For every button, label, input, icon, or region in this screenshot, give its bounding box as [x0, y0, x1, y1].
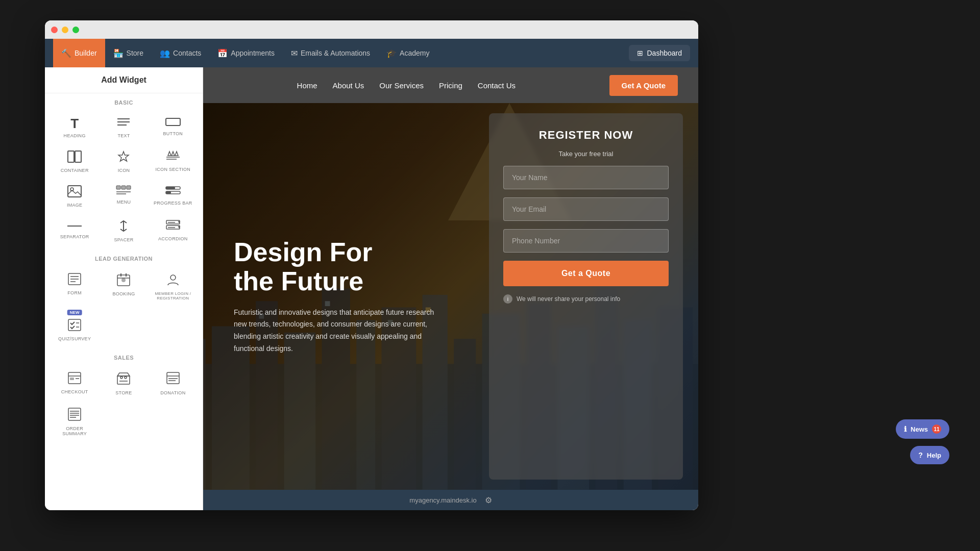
svg-rect-5 — [75, 151, 81, 162]
widget-heading[interactable]: T HEADING — [51, 112, 98, 143]
sales-widget-grid: CHECKOUT STORE DONATION — [45, 365, 203, 443]
widget-sidebar: Add Widget BASIC T HEADING TEXT — [45, 67, 203, 510]
site-cta-button[interactable]: Get A Quote — [609, 75, 678, 96]
website-preview: Home About Us Our Services Pricing Conta… — [203, 67, 698, 510]
svg-point-40 — [170, 275, 176, 280]
store-icon — [116, 372, 131, 387]
widget-store[interactable]: STORE — [100, 367, 147, 400]
basic-widget-grid: T HEADING TEXT BUTTON — [45, 110, 203, 249]
site-nav-about[interactable]: About Us — [333, 81, 364, 90]
phone-input[interactable] — [503, 229, 669, 253]
widget-image[interactable]: IMAGE — [51, 180, 98, 213]
nav-item-builder-label: Builder — [75, 49, 97, 57]
svg-marker-6 — [118, 152, 129, 161]
widget-button[interactable]: BUTTON — [150, 112, 197, 143]
nav-item-store-label: Store — [127, 49, 143, 57]
maximize-button[interactable] — [72, 27, 79, 33]
menu-label: MENU — [117, 199, 131, 205]
donation-label: DONATION — [160, 390, 185, 395]
member-login-icon — [166, 273, 180, 288]
minimize-button[interactable] — [62, 27, 68, 33]
widget-accordion[interactable]: ▼ ▼ ACCORDION — [150, 215, 197, 247]
container-icon — [67, 151, 82, 165]
email-input[interactable] — [503, 197, 669, 221]
icon-section-icon — [165, 151, 181, 164]
svg-point-49 — [120, 377, 122, 379]
name-input[interactable] — [503, 166, 669, 189]
nav-item-store[interactable]: 🏪 Store — [105, 39, 152, 67]
nav-item-emails-label: Emails & Automations — [301, 49, 370, 57]
site-nav-home[interactable]: Home — [297, 81, 317, 90]
site-nav-services[interactable]: Our Services — [379, 81, 424, 90]
nav-item-contacts-label: Contacts — [173, 49, 201, 57]
svg-rect-41 — [68, 319, 81, 331]
lead-generation-widget-grid: FORM BOOKING MEMBER LOGIN / REGISTRATION… — [45, 266, 203, 348]
main-window: 🔨 Builder 🏪 Store 👥 Contacts 📅 Appointme… — [45, 20, 698, 510]
news-count-badge: 11 — [932, 424, 941, 434]
progress-bar-icon — [165, 185, 181, 197]
site-nav-links: Home About Us Our Services Pricing Conta… — [224, 81, 589, 90]
widget-separator[interactable]: SEPARATOR — [51, 215, 98, 247]
close-button[interactable] — [51, 27, 58, 33]
widget-text[interactable]: TEXT — [100, 112, 147, 143]
top-navigation: 🔨 Builder 🏪 Store 👥 Contacts 📅 Appointme… — [45, 39, 698, 67]
widget-menu[interactable]: MENU — [100, 180, 147, 213]
booking-label: BOOKING — [112, 291, 135, 296]
help-circle-icon: ? — [918, 451, 923, 459]
svg-rect-48 — [117, 376, 130, 384]
dashboard-button[interactable]: ⊞ Dashboard — [629, 45, 691, 61]
store-nav-icon: 🏪 — [113, 48, 124, 58]
widget-checkout[interactable]: CHECKOUT — [51, 367, 98, 400]
news-floating-button[interactable]: ℹ News 11 — [896, 419, 949, 439]
svg-rect-12 — [68, 186, 81, 197]
site-nav-contact[interactable]: Contact Us — [478, 81, 516, 90]
submit-button[interactable]: Get a Quote — [503, 261, 669, 286]
svg-rect-52 — [167, 372, 179, 384]
text-icon — [116, 117, 131, 130]
text-label: TEXT — [117, 133, 130, 138]
widget-spacer[interactable]: SPACER — [100, 215, 147, 247]
nav-item-emails[interactable]: ✉ Emails & Automations — [283, 39, 378, 67]
image-label: IMAGE — [67, 203, 83, 208]
quiz-survey-icon — [68, 319, 81, 333]
svg-rect-16 — [127, 186, 131, 189]
widget-progress-bar[interactable]: PROGRESS BAR — [150, 180, 197, 213]
widget-member-login[interactable]: MEMBER LOGIN / REGISTRATION — [150, 268, 197, 306]
site-nav-pricing[interactable]: Pricing — [439, 81, 462, 90]
svg-rect-56 — [68, 408, 81, 420]
quiz-survey-label: QUIZ/SURVEY — [58, 336, 91, 341]
hero-title: Design Forthe Future — [234, 238, 445, 296]
contacts-icon: 👥 — [160, 48, 170, 58]
svg-point-50 — [125, 377, 127, 379]
icon-label: ICON — [118, 168, 130, 173]
appointments-icon: 📅 — [217, 48, 228, 58]
nav-item-contacts[interactable]: 👥 Contacts — [152, 39, 209, 67]
accordion-icon: ▼ ▼ — [166, 220, 180, 233]
help-floating-button[interactable]: ? Help — [910, 446, 949, 464]
menu-icon — [116, 185, 131, 196]
svg-rect-3 — [166, 118, 180, 126]
widget-booking[interactable]: BOOKING — [100, 268, 147, 306]
order-summary-label: ORDER SUMMARY — [53, 426, 96, 436]
spacer-icon — [116, 220, 131, 234]
widget-icon[interactable]: ICON — [100, 145, 147, 178]
new-badge: NEW — [67, 310, 82, 315]
nav-item-academy[interactable]: 🎓 Academy — [378, 39, 437, 67]
widget-icon-section[interactable]: ICON SECTION — [150, 145, 197, 178]
widget-container[interactable]: CONTAINER — [51, 145, 98, 178]
settings-icon[interactable]: ⚙ — [485, 495, 492, 505]
widget-form[interactable]: FORM — [51, 268, 98, 306]
spacer-label: SPACER — [114, 237, 133, 242]
store-label: STORE — [115, 390, 132, 395]
nav-item-academy-label: Academy — [400, 49, 429, 57]
widget-quiz-survey[interactable]: NEW QUIZ/SURVEY — [51, 308, 98, 346]
nav-item-builder[interactable]: 🔨 Builder — [53, 39, 105, 67]
widget-order-summary[interactable]: ORDER SUMMARY — [51, 403, 98, 441]
privacy-notice: i We will never share your personal info — [503, 294, 669, 304]
bottom-bar: myagency.maindesk.io ⚙ — [203, 490, 698, 510]
sales-section-label: SALES — [45, 348, 203, 365]
privacy-text: We will never share your personal info — [517, 295, 620, 303]
widget-donation[interactable]: DONATION — [150, 367, 197, 400]
nav-item-appointments[interactable]: 📅 Appointments — [209, 39, 283, 67]
emails-icon: ✉ — [291, 48, 298, 58]
